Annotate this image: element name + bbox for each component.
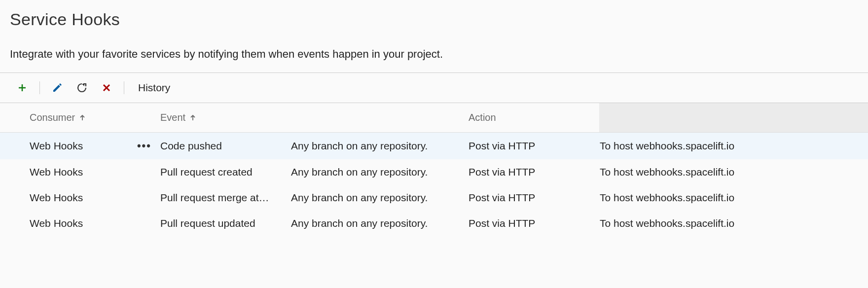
- table-row[interactable]: Web HooksPull request merge at…Any branc…: [0, 185, 868, 211]
- history-button[interactable]: History: [129, 82, 179, 94]
- event-cell: Pull request updated: [160, 217, 291, 229]
- filter-cell: Any branch on any repository.: [291, 140, 469, 152]
- url-cell: To host webhooks.spacelift.io: [600, 217, 868, 229]
- url-cell: To host webhooks.spacelift.io: [600, 166, 868, 178]
- sort-ascending-icon: [79, 114, 86, 121]
- action-cell: Post via HTTP: [469, 166, 600, 178]
- add-button[interactable]: [10, 78, 35, 98]
- header-label: Consumer: [30, 112, 75, 123]
- plus-icon: [18, 83, 27, 92]
- consumer-cell: Web Hooks: [30, 166, 160, 178]
- toolbar-divider: [124, 81, 124, 94]
- toolbar: History: [0, 72, 868, 103]
- toolbar-divider: [39, 81, 40, 94]
- table-row[interactable]: Web Hooks•••Code pushedAny branch on any…: [0, 133, 868, 159]
- refresh-icon: [76, 82, 87, 93]
- edit-button[interactable]: [45, 78, 70, 98]
- column-header-consumer[interactable]: Consumer: [30, 112, 160, 123]
- header-label: Event: [160, 112, 185, 123]
- sort-ascending-icon: [189, 114, 196, 121]
- column-header-event[interactable]: Event: [160, 112, 291, 123]
- more-actions-icon[interactable]: •••: [137, 140, 151, 152]
- table-row[interactable]: Web HooksPull request updatedAny branch …: [0, 211, 868, 236]
- consumer-cell: Web Hooks: [30, 217, 160, 229]
- consumer-label: Web Hooks: [30, 192, 83, 204]
- delete-button[interactable]: [94, 78, 119, 98]
- header-label: Action: [469, 112, 496, 123]
- event-cell: Pull request merge at…: [160, 192, 291, 204]
- action-cell: Post via HTTP: [469, 192, 600, 204]
- pencil-icon: [52, 82, 63, 93]
- filter-cell: Any branch on any repository.: [291, 192, 469, 204]
- subscriptions-table: Consumer Event Action Web Hooks•••Code p…: [0, 103, 868, 236]
- event-cell: Pull request created: [160, 166, 291, 178]
- delete-icon: [102, 83, 111, 93]
- table-header-row: Consumer Event Action: [0, 103, 868, 133]
- consumer-cell: Web Hooks: [30, 192, 160, 204]
- action-cell: Post via HTTP: [469, 217, 600, 229]
- action-cell: Post via HTTP: [469, 140, 600, 152]
- consumer-cell: Web Hooks•••: [30, 140, 160, 152]
- table-row[interactable]: Web HooksPull request createdAny branch …: [0, 159, 868, 185]
- consumer-label: Web Hooks: [30, 217, 83, 229]
- column-header-action[interactable]: Action: [469, 112, 600, 123]
- filter-cell: Any branch on any repository.: [291, 217, 469, 229]
- url-cell: To host webhooks.spacelift.io: [600, 140, 868, 152]
- page-title: Service Hooks: [0, 0, 868, 34]
- page-description: Integrate with your favorite services by…: [0, 34, 868, 72]
- refresh-button[interactable]: [70, 78, 94, 98]
- filter-cell: Any branch on any repository.: [291, 166, 469, 178]
- url-cell: To host webhooks.spacelift.io: [600, 192, 868, 204]
- event-cell: Code pushed: [160, 140, 291, 152]
- consumer-label: Web Hooks: [30, 166, 83, 178]
- consumer-label: Web Hooks: [30, 140, 83, 152]
